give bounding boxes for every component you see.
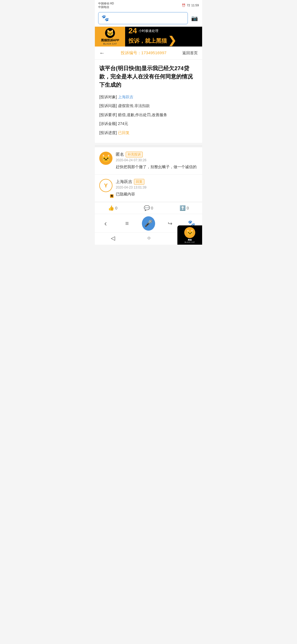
status-bar: 中国移动 HD 中国电信 ⏰ 72 11:59: [95, 0, 202, 10]
comment-content: 赶快把我那个撤了，别整幺蛾子，做一个诚信的: [116, 164, 198, 170]
amount-label: [涉诉金额]: [99, 121, 117, 126]
comment-username: 上海跃吉: [116, 179, 132, 184]
comment-body: 上海跃吉 回复 2020-04-23 13:01:39 已隐藏内容: [116, 179, 198, 197]
share-action[interactable]: ⬆️ 0: [180, 205, 189, 211]
nav-mic-button[interactable]: 🎤: [142, 217, 155, 230]
target-label: [投诉对象]: [99, 95, 117, 99]
search-input[interactable]: [111, 16, 185, 21]
system-home-button[interactable]: ○: [147, 235, 150, 241]
baidu-icon: 🐾: [101, 14, 109, 22]
anon-avatar-icon: 🐱: [101, 154, 111, 163]
complaint-progress-row: [投诉进度] 已回复: [99, 130, 198, 136]
section-separator: [95, 145, 202, 147]
share-count: 0: [187, 206, 189, 210]
complaint-id-title: 投诉编号：17349516997: [121, 50, 167, 56]
nav-bar: ← 投诉编号：17349516997 返回首页: [95, 47, 202, 60]
banner-hours-suffix: 小时极速处理: [139, 29, 158, 33]
nav-forward-icon: ↪: [168, 220, 172, 227]
comment-header: 上海跃吉 回复: [116, 179, 198, 185]
blackcat-text-2: BLACK CAT: [185, 241, 195, 243]
mic-circle: 🎤: [142, 216, 155, 231]
blackcat-logo-icon: 🐱: [184, 227, 195, 238]
alarm-icon: ⏰: [182, 4, 186, 7]
complaint-title: 该平台(明日快信)显示我已经欠274贷款，完全是本人在没有任何同意的情况下生成的: [99, 64, 198, 89]
banner-left: 🐱 黑猫投诉APP BLACK CAT: [95, 27, 125, 47]
merchant-badge: 商: [110, 194, 114, 198]
camera-icon: 📷: [191, 15, 198, 21]
home-button[interactable]: 返回首页: [182, 51, 198, 56]
target-value[interactable]: 上海跃吉: [118, 95, 133, 99]
status-right: ⏰ 72 11:59: [182, 4, 199, 7]
comment-tag: 补充投诉: [126, 152, 143, 157]
nav-forward-button[interactable]: ↪: [163, 217, 177, 230]
comment-count: 0: [151, 206, 153, 210]
search-bar: 🐾 📷: [95, 10, 202, 27]
comment-body: 匿名 补充投诉 2020-04-24 07:30:26 赶快把我那个撤了，别整幺…: [116, 152, 198, 170]
time: 11:59: [191, 4, 199, 7]
avatar: Y: [99, 179, 112, 192]
blackcat-app-icon: 🐱: [105, 28, 115, 38]
complaint-amount-row: [涉诉金额] 274元: [99, 121, 198, 127]
comment-time: 2020-04-23 13:01:39: [116, 185, 198, 189]
comment-time: 2020-04-24 07:30:26: [116, 158, 198, 162]
blackcat-logo: 🐱 黑猫 BLACK CAT: [177, 225, 202, 245]
complaint-target-row: [投诉对象] 上海跃吉: [99, 94, 198, 100]
comment-content: 已隐藏内容: [116, 191, 198, 197]
comment-avatar-wrap: 🐱: [99, 152, 112, 170]
camera-button[interactable]: 📷: [190, 14, 199, 23]
complaint-detail: 该平台(明日快信)显示我已经欠274贷款，完全是本人在没有任何同意的情况下生成的…: [95, 60, 202, 143]
comment-avatar-wrap: Y 商: [99, 179, 112, 197]
battery-level: 72: [187, 4, 190, 7]
carrier1: 中国移动 HD: [98, 2, 114, 5]
nav-back-icon: ‹: [104, 219, 107, 228]
like-count: 0: [115, 206, 117, 210]
progress-label: [投诉进度]: [99, 130, 117, 135]
back-button[interactable]: ←: [99, 50, 105, 56]
demand-value: 赔偿,道歉,作出处罚,改善服务: [118, 113, 167, 117]
issue-label: [投诉问题]: [99, 103, 117, 108]
issue-value: 虚假宣传,非法扣款: [118, 103, 150, 108]
banner-title-row: 24 小时极速处理: [128, 27, 199, 35]
blackcat-brand: 黑猫 BLACK CAT: [185, 239, 195, 243]
like-action[interactable]: 👍 0: [108, 205, 117, 211]
blackcat-text-1: 黑猫: [188, 239, 192, 241]
banner-right: 24 小时极速处理 投诉，就上黑猫 ❯: [125, 27, 202, 46]
system-back-button[interactable]: ◁: [111, 235, 115, 241]
system-nav: ◁ ○ □ 🐱 黑猫 BLACK CAT: [95, 232, 202, 245]
nav-menu-icon: ≡: [125, 220, 129, 227]
comment-item: 🐱 匿名 补充投诉 2020-04-24 07:30:26 赶快把我那个撤了，别…: [95, 147, 202, 174]
search-input-wrap[interactable]: 🐾: [98, 12, 188, 24]
baidu-paw-icon: 🐾: [101, 15, 109, 22]
avatar: 🐱: [99, 152, 112, 165]
bottom-action-bar: 👍 0 💬 0 ⬆️ 0: [95, 202, 202, 214]
comment-username: 匿名: [116, 152, 124, 157]
like-icon: 👍: [108, 205, 114, 211]
comments-section: 🐱 匿名 补充投诉 2020-04-24 07:30:26 赶快把我那个撤了，别…: [95, 147, 202, 202]
complaint-issue-row: [投诉问题] 虚假宣传,非法扣款: [99, 103, 198, 109]
nav-back-button[interactable]: ‹: [99, 217, 112, 230]
carrier-info: 中国移动 HD 中国电信: [98, 2, 114, 9]
carrier2: 中国电信: [98, 5, 114, 9]
nav-menu-button[interactable]: ≡: [120, 217, 134, 230]
demand-label: [投诉要求]: [99, 113, 117, 117]
progress-value: 已回复: [118, 130, 130, 135]
banner-app-name: 黑猫投诉APP: [101, 39, 119, 42]
mic-icon: 🎤: [144, 220, 153, 227]
comment-header: 匿名 补充投诉: [116, 152, 198, 157]
banner-slogan: 投诉，就上黑猫: [128, 37, 167, 45]
complaint-demand-row: [投诉要求] 赔偿,道歉,作出处罚,改善服务: [99, 112, 198, 118]
comment-icon: 💬: [144, 205, 150, 211]
share-icon: ⬆️: [180, 205, 186, 211]
advertisement-banner[interactable]: 🐱 黑猫投诉APP BLACK CAT 24 小时极速处理 投诉，就上黑猫 ❯: [95, 27, 202, 47]
banner-app-sub: BLACK CAT: [103, 42, 117, 45]
blackcat-cat-face: 🐱: [186, 229, 194, 236]
comment-item: Y 商 上海跃吉 回复 2020-04-23 13:01:39 已隐藏内容: [95, 174, 202, 202]
comment-action[interactable]: 💬 0: [144, 205, 153, 211]
amount-value: 274元: [118, 121, 128, 126]
banner-arrow: ❯: [168, 35, 176, 46]
comment-tag: 回复: [134, 179, 144, 185]
company-avatar-letter: Y: [104, 182, 108, 189]
banner-hours: 24: [128, 27, 137, 35]
